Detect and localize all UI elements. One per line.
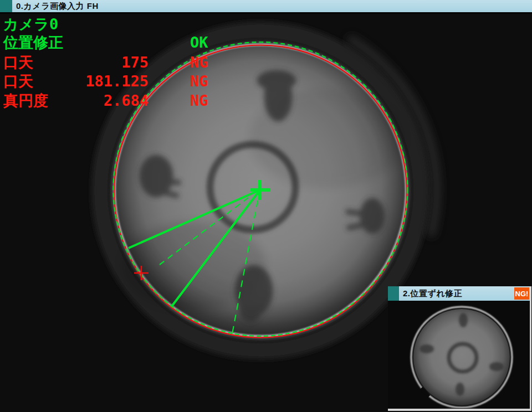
measurement-status: NG xyxy=(190,73,208,90)
alignment-label: 位置修正 xyxy=(3,34,63,51)
camera-label: カメラ0 xyxy=(3,16,58,33)
sub-window[interactable]: 2.位置ずれ修正 NG! xyxy=(388,286,531,411)
measurement-value: 175 xyxy=(60,54,149,71)
sub-window-titlebar[interactable]: 2.位置ずれ修正 NG! xyxy=(388,286,530,301)
measurement-label: 口天 xyxy=(3,73,33,90)
sub-window-title: 2.位置ずれ修正 xyxy=(403,289,462,299)
main-window-titlebar[interactable]: 0.カメラ画像入力 FH xyxy=(0,0,532,14)
measurement-status: NG xyxy=(190,54,208,71)
measurement-status: NG xyxy=(190,92,208,109)
window-handle-icon xyxy=(388,286,399,301)
measurement-label: 真円度 xyxy=(3,92,48,109)
ng-status-badge: NG! xyxy=(514,287,529,300)
measurement-label: 口天 xyxy=(3,54,33,71)
window-handle-icon xyxy=(0,0,12,12)
vision-system-screen: カメラ0 位置修正 OK 口天 175 NG 口天 181.125 NG 真円度… xyxy=(0,0,532,412)
alignment-status: OK xyxy=(190,34,208,51)
measurement-value: 181.125 xyxy=(60,73,149,90)
main-window-title: 0.カメラ画像入力 FH xyxy=(16,1,99,12)
measurement-value: 2.684 xyxy=(60,92,149,109)
